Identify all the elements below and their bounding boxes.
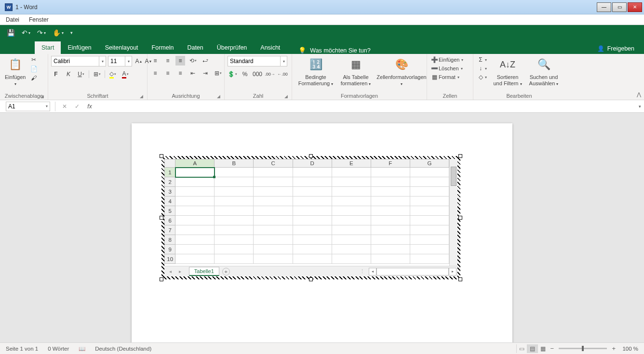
cell[interactable] <box>371 168 410 177</box>
scroll-right-button[interactable]: ▸ <box>449 268 456 275</box>
align-bottom-icon[interactable]: ≡ <box>175 56 185 66</box>
copy-icon[interactable]: 📄 <box>29 65 38 73</box>
column-header[interactable]: B <box>215 159 254 168</box>
column-header[interactable]: C <box>254 159 293 168</box>
cell[interactable] <box>332 245 371 254</box>
menu-file[interactable]: Datei <box>6 16 19 23</box>
align-center-icon[interactable]: ≡ <box>163 68 173 78</box>
cell[interactable] <box>175 254 215 264</box>
print-layout-icon[interactable]: ▤ <box>527 344 537 353</box>
cell[interactable] <box>254 216 293 225</box>
cell[interactable] <box>410 177 449 187</box>
tab-view[interactable]: Ansicht <box>254 41 287 54</box>
customize-qat-button[interactable]: ▾ <box>70 30 73 35</box>
resize-handle-t[interactable] <box>309 154 313 158</box>
insert-function-icon[interactable]: fx <box>83 102 96 111</box>
read-mode-icon[interactable]: ▭ <box>516 344 527 353</box>
cell[interactable] <box>332 254 371 264</box>
word-count[interactable]: 0 Wörter <box>48 346 69 352</box>
cell[interactable] <box>215 245 254 254</box>
scroll-left-button[interactable]: ◂ <box>369 268 376 275</box>
font-dialog-launcher[interactable]: ◢ <box>140 94 143 99</box>
menu-window[interactable]: Fenster <box>29 16 49 23</box>
redo-button[interactable]: ↷▾ <box>37 29 46 37</box>
cell[interactable] <box>410 254 449 264</box>
cell[interactable] <box>293 254 332 264</box>
number-format-drop[interactable]: ▾ <box>281 56 287 66</box>
cell[interactable] <box>371 206 410 216</box>
format-painter-icon[interactable]: 🖌 <box>29 74 38 82</box>
resize-handle-bl[interactable] <box>160 277 163 281</box>
cell[interactable] <box>371 187 410 197</box>
cell[interactable] <box>293 225 332 235</box>
tell-me-search[interactable]: 💡 Was möchten Sie tun? <box>298 47 370 54</box>
autosum-button[interactable]: Σ▾ <box>476 56 487 64</box>
font-size-drop[interactable]: ▾ <box>125 56 132 66</box>
column-header[interactable]: A <box>175 159 215 168</box>
column-header[interactable]: F <box>371 159 410 168</box>
cell[interactable] <box>254 245 293 254</box>
tab-formulas[interactable]: Formeln <box>145 41 181 54</box>
cell[interactable] <box>254 254 293 264</box>
expand-formula-bar-button[interactable]: ▾ <box>635 104 644 109</box>
cell[interactable] <box>332 216 371 225</box>
cell[interactable] <box>410 197 449 206</box>
cell[interactable] <box>175 197 215 206</box>
cell[interactable] <box>293 235 332 245</box>
cell[interactable] <box>371 245 410 254</box>
row-header[interactable]: 4 <box>165 197 175 206</box>
cell[interactable] <box>175 235 215 245</box>
tab-review[interactable]: Überprüfen <box>210 41 254 54</box>
language-indicator[interactable]: Deutsch (Deutschland) <box>95 346 151 352</box>
cell[interactable] <box>175 206 215 216</box>
undo-button[interactable]: ↶▾ <box>22 29 30 37</box>
align-top-icon[interactable]: ≡ <box>150 56 160 66</box>
cell[interactable] <box>332 168 371 177</box>
row-header[interactable]: 8 <box>165 235 175 245</box>
cell[interactable] <box>371 216 410 225</box>
cell[interactable] <box>215 206 254 216</box>
column-header[interactable]: E <box>332 159 371 168</box>
format-as-table-button[interactable]: ▦ Als Tabelle formatieren ▾ <box>336 56 375 87</box>
cell[interactable] <box>254 235 293 245</box>
align-right-icon[interactable]: ≡ <box>175 68 185 78</box>
cell[interactable] <box>215 254 254 264</box>
align-middle-icon[interactable]: ≡ <box>163 56 173 66</box>
cell[interactable] <box>371 177 410 187</box>
cell[interactable] <box>293 245 332 254</box>
cancel-formula-icon[interactable]: ✕ <box>58 102 71 111</box>
cell[interactable] <box>175 187 215 197</box>
fill-button[interactable]: ↓▾ <box>476 65 487 72</box>
vertical-scrollbar[interactable] <box>449 159 457 266</box>
orientation-button[interactable]: ⟲▾ <box>188 56 198 66</box>
enter-formula-icon[interactable]: ✓ <box>71 102 83 111</box>
zoom-out-button[interactable]: − <box>548 345 556 352</box>
bold-button[interactable]: F <box>51 69 61 79</box>
underline-button[interactable]: U▾ <box>76 69 86 79</box>
tab-layout[interactable]: Seitenlayout <box>98 41 145 54</box>
cut-icon[interactable]: ✂ <box>29 56 38 64</box>
clear-button[interactable]: ◇▾ <box>476 73 487 81</box>
cell[interactable] <box>410 235 449 245</box>
cell[interactable] <box>371 197 410 206</box>
cell[interactable] <box>371 235 410 245</box>
cell[interactable] <box>175 225 215 235</box>
row-header[interactable]: 10 <box>165 254 175 264</box>
resize-handle-br[interactable] <box>458 277 462 281</box>
cell[interactable] <box>293 206 332 216</box>
cell[interactable] <box>175 168 215 177</box>
maximize-button[interactable]: ▭ <box>612 2 627 12</box>
zoom-in-button[interactable]: + <box>610 345 617 352</box>
cell[interactable] <box>332 225 371 235</box>
resize-handle-tr[interactable] <box>458 154 462 158</box>
font-color-button[interactable]: A▾ <box>121 69 130 79</box>
cell[interactable] <box>215 225 254 235</box>
row-header[interactable]: 6 <box>165 216 175 225</box>
embedded-spreadsheet-object[interactable]: ABCDEFG12345678910 ◂ ▸ Tabelle1 + ⋮ ◂ <box>161 156 460 279</box>
cells-insert-button[interactable]: ➕Einfügen ▾ <box>430 56 463 64</box>
close-button[interactable]: ✕ <box>628 2 642 12</box>
cell[interactable] <box>371 254 410 264</box>
cell[interactable] <box>293 177 332 187</box>
save-icon[interactable]: 💾 <box>7 29 15 37</box>
paste-button[interactable]: 📋 Einfügen▾ <box>3 56 27 87</box>
